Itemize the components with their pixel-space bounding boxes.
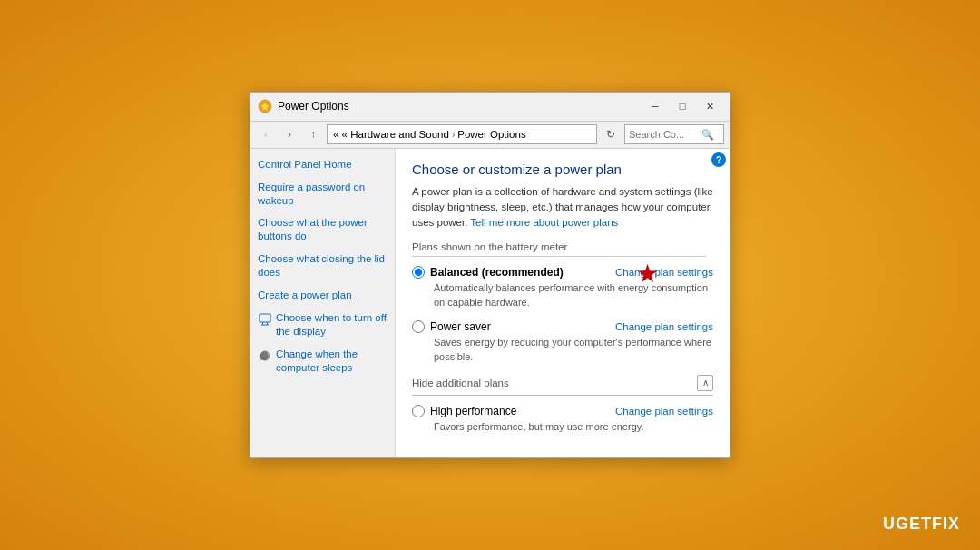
sidebar-link-power-buttons[interactable]: Choose what the power buttons do bbox=[258, 216, 387, 243]
search-icon: 🔍 bbox=[701, 129, 714, 141]
address-path[interactable]: « « Hardware and Sound › Power Options bbox=[327, 124, 597, 144]
sidebar: Control Panel Home Require a password on… bbox=[250, 149, 396, 458]
sidebar-link-turn-off[interactable]: Choose when to turn off the display bbox=[276, 311, 387, 339]
path-separator: › bbox=[452, 130, 455, 140]
sidebar-link-create-plan[interactable]: Create a power plan bbox=[258, 289, 387, 302]
monitor-icon bbox=[258, 312, 272, 327]
main-content: Control Panel Home Require a password on… bbox=[250, 149, 730, 458]
plan-high-performance-left: High performance bbox=[412, 405, 516, 417]
tell-me-more-link[interactable]: Tell me more about power plans bbox=[470, 217, 618, 228]
plan-power-saver-name: Power saver bbox=[430, 320, 491, 333]
plan-high-performance-radio[interactable] bbox=[412, 405, 425, 417]
plan-power-saver-change-link[interactable]: Change plan settings bbox=[615, 321, 713, 332]
search-box[interactable]: 🔍 bbox=[624, 124, 724, 144]
address-bar: ‹ › ↑ « « Hardware and Sound › Power Opt… bbox=[250, 122, 730, 149]
search-input[interactable] bbox=[629, 129, 701, 140]
watermark-text: UGETFIX bbox=[883, 515, 960, 534]
plan-balanced-left: Balanced (recommended) bbox=[412, 266, 564, 279]
collapse-additional-button[interactable]: ∧ bbox=[697, 375, 713, 391]
up-button[interactable]: ↑ bbox=[303, 124, 323, 144]
plan-balanced-desc: Automatically balances performance with … bbox=[434, 281, 713, 309]
close-button[interactable]: ✕ bbox=[697, 97, 722, 115]
plan-high-performance: High performance Change plan settings Fa… bbox=[412, 405, 713, 434]
window-title: Power Options bbox=[278, 100, 642, 113]
plans-header: Plans shown on the battery meter bbox=[412, 241, 713, 257]
forward-button[interactable]: › bbox=[279, 124, 299, 144]
plan-high-performance-name: High performance bbox=[430, 405, 516, 417]
title-bar: Power Options ─ □ ✕ bbox=[250, 93, 730, 122]
plan-balanced-change-link[interactable]: Change plan settings bbox=[615, 267, 713, 278]
additional-plans-section: Hide additional plans ∧ bbox=[412, 375, 713, 396]
plan-high-performance-desc: Favors performance, but may use more ene… bbox=[434, 420, 713, 434]
plan-high-performance-row: High performance Change plan settings bbox=[412, 405, 713, 417]
path-breadcrumb-hardware[interactable]: « Hardware and Sound bbox=[342, 129, 449, 140]
additional-plans-label: Hide additional plans bbox=[412, 378, 509, 388]
power-options-window: Power Options ─ □ ✕ ‹ › ↑ « « Hardware a… bbox=[250, 92, 730, 459]
plan-balanced-name: Balanced (recommended) bbox=[430, 266, 564, 279]
minimize-button[interactable]: ─ bbox=[642, 97, 668, 115]
plan-balanced-radio[interactable] bbox=[412, 266, 425, 279]
path-breadcrumb-home[interactable]: « bbox=[333, 129, 342, 140]
back-button[interactable]: ‹ bbox=[256, 124, 276, 144]
refresh-button[interactable]: ↻ bbox=[601, 124, 621, 144]
plan-high-performance-change-link[interactable]: Change plan settings bbox=[615, 406, 713, 417]
window-controls: ─ □ ✕ bbox=[642, 97, 722, 115]
sidebar-link-closing-lid[interactable]: Choose what closing the lid does bbox=[258, 252, 387, 280]
plan-balanced-row: Balanced (recommended) Change plan setti… bbox=[412, 266, 713, 279]
right-panel: ? Choose or customize a power plan A pow… bbox=[396, 149, 730, 458]
plan-power-saver-row: Power saver Change plan settings bbox=[412, 320, 713, 333]
path-current: Power Options bbox=[457, 129, 525, 140]
sleep-icon bbox=[258, 349, 272, 363]
sidebar-change-sleep: Change when the computer sleeps bbox=[258, 348, 387, 375]
panel-description: A power plan is a collection of hardware… bbox=[412, 184, 713, 231]
plan-balanced: Balanced (recommended) Change plan setti… bbox=[412, 266, 713, 309]
sidebar-turn-off-display: Choose when to turn off the display bbox=[258, 311, 387, 339]
plan-power-saver-radio[interactable] bbox=[412, 320, 425, 333]
sidebar-home-link[interactable]: Control Panel Home bbox=[258, 158, 387, 172]
sidebar-link-password[interactable]: Require a password on wakeup bbox=[258, 181, 387, 208]
window-icon bbox=[258, 99, 272, 113]
svg-rect-1 bbox=[260, 314, 270, 322]
sidebar-link-sleep[interactable]: Change when the computer sleeps bbox=[276, 348, 387, 375]
plan-power-saver-left: Power saver bbox=[412, 320, 491, 333]
maximize-button[interactable]: □ bbox=[670, 97, 695, 115]
plan-power-saver-desc: Saves energy by reducing your computer's… bbox=[434, 336, 713, 364]
plans-header-text: Plans shown on the battery meter bbox=[412, 241, 706, 257]
help-icon[interactable]: ? bbox=[711, 152, 726, 167]
panel-title: Choose or customize a power plan bbox=[412, 162, 713, 177]
plan-power-saver: Power saver Change plan settings Saves e… bbox=[412, 320, 713, 364]
